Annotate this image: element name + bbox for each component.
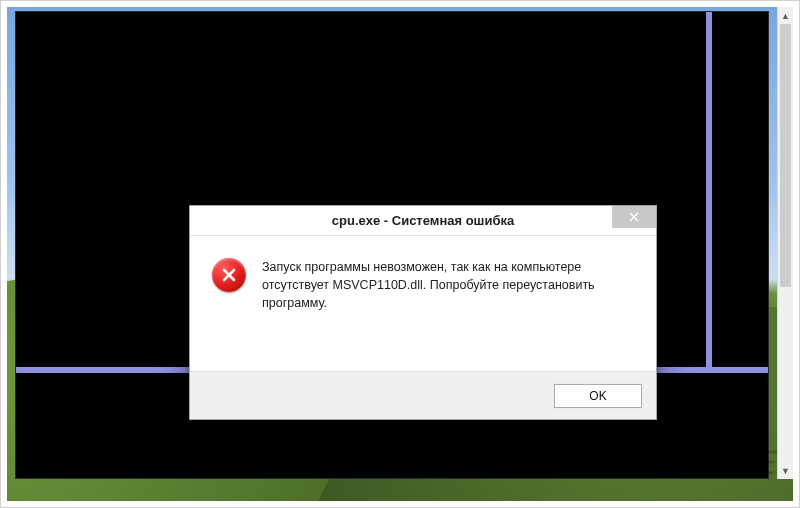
vertical-scrollbar[interactable]: ▲ ▼ xyxy=(777,7,793,479)
ok-button[interactable]: OK xyxy=(554,384,642,408)
dialog-titlebar[interactable]: cpu.exe - Системная ошибка xyxy=(190,206,656,236)
error-dialog: cpu.exe - Системная ошибка Запуск програ… xyxy=(189,205,657,420)
dialog-title: cpu.exe - Системная ошибка xyxy=(332,213,514,228)
dialog-message: Запуск программы невозможен, так как на … xyxy=(262,256,632,312)
scrollbar-track[interactable] xyxy=(778,24,793,462)
error-icon xyxy=(212,258,246,292)
screenshot-frame: ▲ ▼ cpu.exe - Системная ошибка xyxy=(0,0,800,508)
scrollbar-thumb[interactable] xyxy=(780,24,791,287)
scroll-up-arrow-icon[interactable]: ▲ xyxy=(778,7,793,24)
scroll-down-arrow-icon[interactable]: ▼ xyxy=(778,462,793,479)
close-icon xyxy=(629,212,639,222)
divider-vertical xyxy=(706,12,712,373)
dialog-footer: OK xyxy=(190,371,656,419)
close-button[interactable] xyxy=(612,206,656,228)
dialog-body: Запуск программы невозможен, так как на … xyxy=(190,236,656,322)
